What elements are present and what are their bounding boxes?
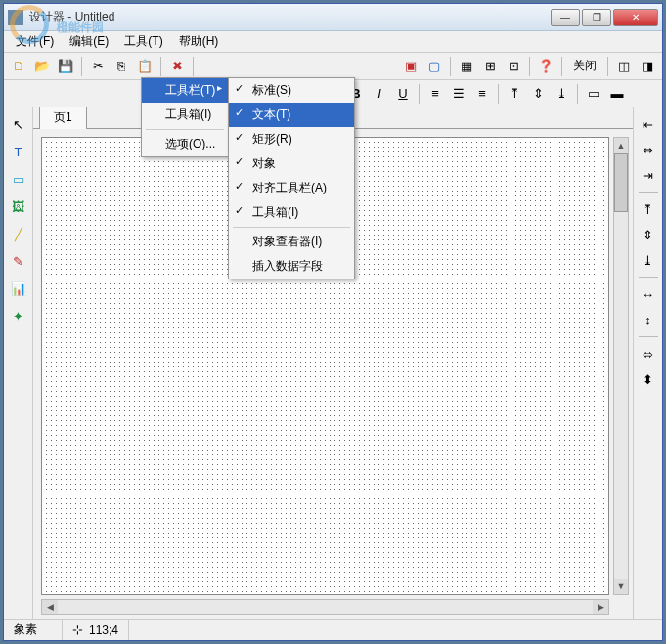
open-button[interactable]: 📂 (31, 56, 53, 77)
dist-v-obj[interactable]: ↕ (638, 309, 659, 330)
scroll-left-button[interactable]: ◀ (42, 600, 58, 614)
scroll-up-button[interactable]: ▲ (614, 138, 628, 153)
grid-button[interactable]: ▦ (456, 56, 477, 77)
align-center-v-obj[interactable]: ⇕ (638, 224, 659, 245)
valign-middle-button[interactable]: ⇕ (527, 83, 549, 105)
menu-toolbars[interactable]: 工具栏(T) (142, 78, 228, 103)
align-right-obj-icon: ⇥ (643, 169, 653, 182)
save-button[interactable]: 💾 (55, 56, 76, 77)
send-back-button[interactable]: ▢ (423, 56, 445, 77)
panel2-icon: ◨ (642, 60, 653, 72)
check-icon: ✓ (235, 131, 244, 144)
submenu-object[interactable]: ✓对象 (229, 151, 354, 176)
align-top-obj[interactable]: ⤒ (638, 198, 659, 220)
submenu-text-label: 文本(T) (252, 107, 290, 121)
menu-toolbox-label: 工具箱(I) (165, 107, 211, 121)
same-height-obj[interactable]: ⬍ (638, 368, 659, 390)
scroll-down-button[interactable]: ▼ (614, 579, 628, 594)
delete-button[interactable]: ✖ (166, 56, 188, 77)
image-icon: 🖼 (12, 200, 24, 213)
toolbar-separator (639, 192, 658, 193)
line-tool[interactable]: ╱ (8, 223, 29, 244)
snap-button[interactable]: ⊞ (479, 56, 501, 77)
same-width-obj[interactable]: ⬄ (638, 343, 659, 365)
submenu-standard-label: 标准(S) (252, 83, 291, 97)
titlebar[interactable]: 设计器 - Untitled — ❐ ✕ (4, 4, 662, 31)
vertical-scrollbar[interactable]: ▲ ▼ (613, 137, 629, 595)
cut-button[interactable]: ✂ (87, 56, 109, 77)
submenu-rectangle[interactable]: ✓矩形(R) (229, 127, 354, 151)
underline-button[interactable]: U (392, 83, 414, 105)
menu-toolbox[interactable]: 工具箱(I) (142, 103, 228, 127)
pointer-tool[interactable]: ↖ (8, 113, 29, 135)
menu-tools[interactable]: 工具(T) (116, 31, 170, 52)
menu-edit[interactable]: 编辑(E) (62, 31, 116, 52)
ruler-button[interactable]: ⊡ (503, 56, 524, 77)
align-right-button[interactable]: ≡ (471, 83, 493, 105)
paste-button[interactable]: 📋 (134, 56, 155, 77)
pen-tool[interactable]: ✎ (8, 250, 29, 272)
menu-file[interactable]: 文件(F) (8, 31, 62, 52)
valign-top-button[interactable]: ⤒ (504, 83, 525, 105)
align-right-icon: ≡ (478, 87, 486, 100)
dist-v-icon: ↕ (644, 314, 651, 326)
horizontal-scrollbar[interactable]: ◀ ▶ (41, 599, 609, 615)
pen-icon: ✎ (13, 255, 23, 268)
maximize-button[interactable]: ❐ (582, 9, 611, 26)
bring-front-button[interactable]: ▣ (400, 56, 422, 77)
same-h-icon: ⬍ (643, 373, 653, 386)
submenu-standard[interactable]: ✓标准(S) (229, 78, 354, 103)
close-toolbar-button[interactable]: 关闭 (567, 58, 602, 74)
valign-bottom-button[interactable]: ⤓ (551, 83, 572, 105)
submenu-text[interactable]: ✓文本(T) (229, 103, 354, 127)
new-button[interactable]: 🗋 (8, 56, 29, 77)
rect-tool[interactable]: ▭ (8, 168, 29, 190)
border-icon: ▭ (588, 87, 599, 100)
star-tool[interactable]: ✦ (8, 305, 29, 326)
chart-tool[interactable]: 📊 (8, 278, 29, 299)
submenu-toolbox[interactable]: ✓工具箱(I) (229, 200, 354, 225)
close-button[interactable]: ✕ (613, 9, 658, 26)
align-bottom-obj[interactable]: ⤓ (638, 249, 659, 271)
toolbar-standard: 🗋 📂 💾 ✂ ⎘ 📋 ✖ ▣ ▢ ▦ ⊞ ⊡ ❓ 关闭 ◫ ◨ (4, 53, 662, 80)
align-center-button[interactable]: ☰ (448, 83, 469, 105)
image-tool[interactable]: 🖼 (8, 195, 29, 217)
border-button[interactable]: ▭ (583, 83, 604, 105)
copy-button[interactable]: ⎘ (111, 56, 132, 77)
submenu-object-viewer[interactable]: 对象查看器(I) (229, 230, 354, 254)
check-icon: ✓ (235, 82, 244, 95)
italic-icon: I (377, 87, 381, 100)
minimize-button[interactable]: — (551, 9, 580, 26)
extra-button-1[interactable]: ◫ (613, 56, 635, 77)
menu-options[interactable]: 选项(O)... (142, 132, 228, 156)
open-folder-icon: 📂 (34, 60, 50, 72)
star-icon: ✦ (13, 310, 23, 322)
fill-icon: ▬ (611, 87, 624, 100)
tab-page1[interactable]: 页1 (39, 107, 87, 129)
extra-button-2[interactable]: ◨ (637, 56, 658, 77)
submenu-toolbox-label: 工具箱(I) (252, 205, 298, 219)
align-left-obj[interactable]: ⇤ (638, 113, 659, 135)
submenu-align-toolbar[interactable]: ✓对齐工具栏(A) (229, 176, 354, 200)
toolbar-separator (498, 84, 499, 104)
vscroll-thumb[interactable] (614, 153, 628, 212)
send-back-icon: ▢ (428, 60, 440, 72)
align-left-button[interactable]: ≡ (424, 83, 446, 105)
fill-button[interactable]: ▬ (606, 83, 628, 105)
italic-button[interactable]: I (369, 83, 390, 105)
align-center-h-obj[interactable]: ⇔ (638, 139, 659, 160)
text-tool[interactable]: T (8, 141, 29, 162)
same-w-icon: ⬄ (643, 348, 653, 361)
help-icon: ❓ (538, 60, 554, 72)
panel-icon: ◫ (618, 60, 630, 72)
dist-h-obj[interactable]: ↔ (638, 283, 659, 305)
cut-icon: ✂ (93, 60, 104, 72)
submenu-insert-data-field[interactable]: 插入数据字段 (229, 254, 354, 279)
help-button[interactable]: ❓ (535, 56, 556, 77)
menu-help[interactable]: 帮助(H) (171, 31, 227, 52)
toolbar-separator (607, 57, 608, 76)
scroll-right-button[interactable]: ▶ (593, 600, 608, 614)
align-right-obj[interactable]: ⇥ (638, 164, 659, 186)
valign-bottom-icon: ⤓ (556, 87, 567, 100)
toolbox-left: ↖ T ▭ 🖼 ╱ ✎ 📊 ✦ (4, 107, 33, 619)
